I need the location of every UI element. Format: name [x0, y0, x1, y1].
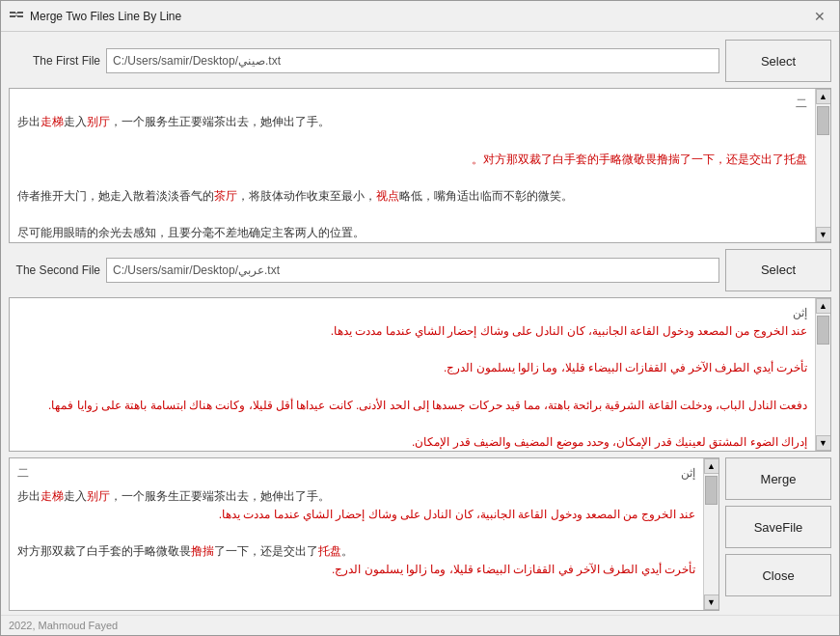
file2-text-inner: إثن عند الخروج من المصعد ودخول القاعة ال… — [10, 298, 815, 452]
merged-ar-line1: عند الخروج من المصعد ودخول القاعة الجانب… — [17, 506, 695, 524]
merged-ar-line2: تأخرت أيدي الطرف الآخر في القفازات البيض… — [17, 561, 695, 579]
merged-marker-cn: 二 — [17, 464, 29, 483]
save-file-button[interactable]: SaveFile — [725, 506, 831, 548]
svg-marker-4 — [15, 13, 17, 14]
file2-line2: تأخرت أيدي الطرف الآخر في القفازات البيض… — [17, 359, 807, 377]
file1-line4: 尽可能用眼睛的余光去感知，且要分毫不差地确定主客两人的位置。 — [17, 224, 807, 241]
merged-scroll-up[interactable]: ▲ — [704, 458, 719, 474]
file1-row: The First File Select — [9, 40, 831, 82]
merged-panel-row: 二 إثن 步出走梯走入别厅，一个服务生正要端茶出去，她伸出了手。 عند ال… — [9, 457, 831, 611]
file2-line4: إدراك الضوء المشتق لعينيك قدر الإمكان، و… — [17, 433, 807, 451]
file2-select-button[interactable]: Select — [725, 249, 831, 291]
file1-label: The First File — [9, 54, 100, 68]
title-bar-left: Merge Two Files Line By Line — [9, 9, 181, 24]
file1-text-area: 二 步出走梯走入别厅，一个服务生正要端茶出去，她伸出了手。 对方那双裁了白手套的… — [9, 88, 831, 243]
merged-scrollbar: ▲ ▼ — [703, 458, 718, 610]
file1-scrollbar: ▲ ▼ — [815, 89, 830, 242]
footer-text: 2022, Mahmoud Fayed — [9, 620, 118, 631]
svg-marker-5 — [15, 14, 17, 16]
merged-scroll-thumb[interactable] — [705, 476, 718, 505]
file1-line3: 侍者推开大门，她走入散着淡淡香气的茶厅，将肢体动作收束至最小，视点略低，嘴角适出… — [17, 187, 807, 206]
file1-text-inner: 二 步出走梯走入别厅，一个服务生正要端茶出去，她伸出了手。 对方那双裁了白手套的… — [10, 89, 815, 242]
window-title: Merge Two Files Line By Line — [30, 10, 181, 23]
file1-path-input[interactable] — [106, 48, 719, 73]
merged-text-inner: 二 إثن 步出走梯走入别厅，一个服务生正要端茶出去，她伸出了手。 عند ال… — [10, 458, 703, 610]
file1-scroll-thumb[interactable] — [817, 106, 829, 135]
file2-scroll-track — [816, 314, 830, 436]
merged-marker-ar: إثن — [681, 464, 695, 483]
merged-scroll-down[interactable]: ▼ — [704, 595, 719, 610]
merge-icon — [9, 9, 24, 24]
file2-line3: دفعت النادل الباب، ودخلت القاعة الشرقية … — [17, 397, 807, 415]
file1-line2: 对方那双裁了白手套的手略微敬畏撸揣了一下，还是交出了托盘。 — [17, 151, 807, 169]
svg-rect-3 — [17, 15, 23, 17]
title-bar: Merge Two Files Line By Line ✕ — [1, 1, 839, 32]
svg-rect-2 — [17, 12, 23, 14]
file2-text-area: إثن عند الخروج من المصعد ودخول القاعة ال… — [9, 297, 831, 453]
file1-select-button[interactable]: Select — [725, 40, 831, 82]
svg-rect-1 — [10, 15, 15, 17]
file2-line1: عند الخروج من المصعد ودخول القاعة الجانب… — [17, 322, 807, 341]
svg-rect-0 — [10, 12, 15, 14]
file1-scroll-down[interactable]: ▼ — [816, 227, 831, 242]
merged-cn-line2: 对方那双裁了白手套的手略微敬畏撸揣了一下，还是交出了托盘。 — [17, 542, 695, 561]
file2-label: The Second File — [9, 263, 100, 277]
file2-scroll-thumb[interactable] — [817, 316, 829, 345]
main-window: Merge Two Files Line By Line ✕ The First… — [0, 0, 840, 636]
main-content: The First File Select 二 步出走梯走入别厅，一个服务生正要… — [1, 32, 839, 615]
action-buttons-panel: Merge SaveFile Close — [725, 457, 831, 611]
file2-scroll-up[interactable]: ▲ — [816, 298, 831, 314]
file1-marker: 二 — [17, 95, 807, 113]
merged-scroll-track — [704, 474, 718, 595]
merge-button[interactable]: Merge — [725, 457, 831, 500]
window-close-button[interactable]: ✕ — [808, 5, 831, 28]
file2-scrollbar: ▲ ▼ — [815, 298, 830, 452]
file2-path-input[interactable] — [106, 258, 719, 283]
file1-scroll-up[interactable]: ▲ — [816, 89, 831, 104]
merged-text-area: 二 إثن 步出走梯走入别厅，一个服务生正要端茶出去，她伸出了手。 عند ال… — [9, 457, 719, 611]
footer: 2022, Mahmoud Fayed — [1, 615, 839, 635]
merged-cn-line1: 步出走梯走入别厅，一个服务生正要端茶出去，她伸出了手。 — [17, 487, 695, 506]
merged-markers: 二 إثن — [17, 464, 695, 483]
file2-row: The Second File Select — [9, 249, 831, 291]
file1-scroll-track — [816, 104, 830, 227]
file2-marker: إثن — [17, 304, 807, 322]
close-button[interactable]: Close — [725, 554, 831, 596]
file2-scroll-down[interactable]: ▼ — [816, 435, 831, 451]
file1-line1: 步出走梯走入别厅，一个服务生正要端茶出去，她伸出了手。 — [17, 113, 807, 131]
